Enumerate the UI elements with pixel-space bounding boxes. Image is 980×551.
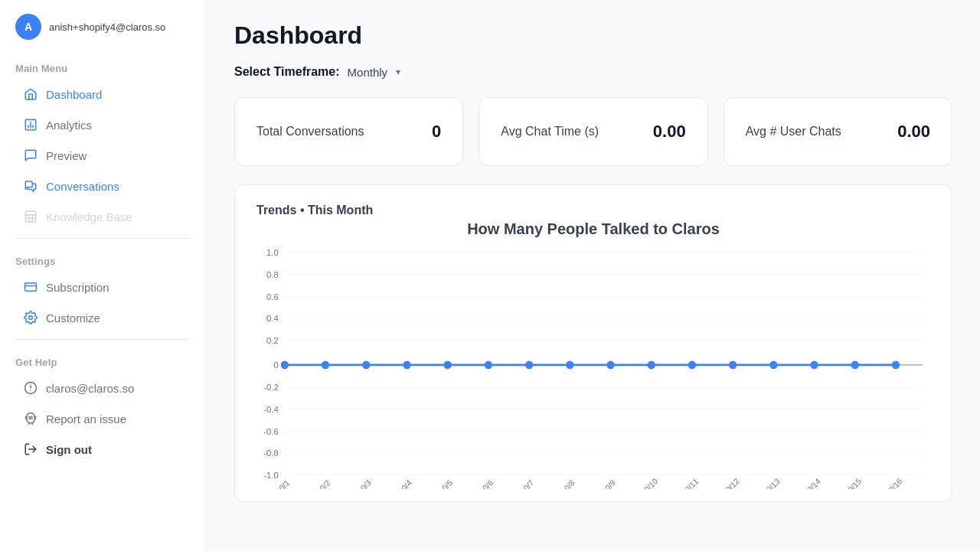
svg-rect-6 xyxy=(25,283,37,292)
main-menu-label: Main Menu xyxy=(0,52,206,79)
customize-icon xyxy=(23,310,38,325)
svg-text:10/14: 10/14 xyxy=(802,477,822,489)
data-dot-1 xyxy=(322,361,329,370)
sidebar-item-subscription-label: Subscription xyxy=(46,281,109,294)
svg-text:1.0: 1.0 xyxy=(266,248,279,257)
timeframe-label: Select Timeframe: xyxy=(234,65,340,79)
home-icon xyxy=(23,86,38,102)
sidebar-divider-2 xyxy=(15,339,191,340)
svg-text:10/4: 10/4 xyxy=(397,478,413,489)
get-help-label: Get Help xyxy=(0,346,206,373)
main-content: Dashboard Select Timeframe: Monthly Dail… xyxy=(207,0,980,551)
chart-header: Trends • This Month xyxy=(256,204,930,217)
bug-icon xyxy=(23,411,38,426)
data-dot-3 xyxy=(403,361,410,370)
data-dot-9 xyxy=(648,361,655,370)
svg-text:10/11: 10/11 xyxy=(681,477,701,489)
data-dot-5 xyxy=(485,361,492,370)
stat-label-avg-user-chats: Avg # User Chats xyxy=(746,125,841,139)
data-dot-6 xyxy=(525,361,533,370)
svg-text:-1.0: -1.0 xyxy=(263,471,278,480)
stat-card-avg-chat-time: Avg Chat Time (s) 0.00 xyxy=(479,97,707,166)
data-dot-15 xyxy=(892,361,900,370)
sidebar-item-knowledge-base: Knowledge Base xyxy=(8,202,198,231)
chart-title: How Many People Talked to Claros xyxy=(256,220,930,238)
data-dot-0 xyxy=(281,361,289,370)
sidebar-header: A anish+shopify4@claros.so xyxy=(0,0,206,52)
user-email: anish+shopify4@claros.so xyxy=(49,21,165,33)
sidebar-item-customize-label: Customize xyxy=(46,311,100,324)
sidebar-item-claros-email[interactable]: claros@claros.so xyxy=(8,373,198,403)
data-dot-11 xyxy=(729,361,737,370)
trend-chart: 1.0 0.8 0.6 0.4 0.2 0 -0.2 -0.4 -0.6 -0.… xyxy=(256,244,930,489)
svg-text:-0.4: -0.4 xyxy=(263,405,279,414)
svg-text:0.4: 0.4 xyxy=(266,314,279,323)
data-dot-13 xyxy=(810,361,818,370)
timeframe-select[interactable]: Monthly Daily Weekly Yearly xyxy=(348,66,400,79)
stat-value-total-conversations: 0 xyxy=(432,122,441,142)
svg-text:10/12: 10/12 xyxy=(721,477,741,489)
stat-label-avg-chat-time: Avg Chat Time (s) xyxy=(501,125,599,139)
data-dot-12 xyxy=(769,361,777,370)
sidebar-divider-1 xyxy=(15,238,191,239)
svg-text:10/15: 10/15 xyxy=(843,477,863,489)
svg-text:-0.2: -0.2 xyxy=(263,383,278,392)
stat-card-total-conversations: Total Conversations 0 xyxy=(234,97,463,166)
data-dot-4 xyxy=(444,361,452,370)
svg-text:10/3: 10/3 xyxy=(356,478,373,489)
svg-text:-0.6: -0.6 xyxy=(263,426,278,435)
avatar: A xyxy=(15,14,41,40)
sidebar-item-kb-label: Knowledge Base xyxy=(46,210,132,223)
sidebar-claros-email-label: claros@claros.so xyxy=(46,382,134,395)
svg-text:-0.8: -0.8 xyxy=(263,448,278,458)
sidebar-item-customize[interactable]: Customize xyxy=(8,303,198,332)
preview-icon xyxy=(23,148,38,163)
sidebar-item-conversations[interactable]: Conversations xyxy=(8,171,198,201)
svg-rect-1 xyxy=(25,211,36,222)
subscription-icon xyxy=(23,279,38,295)
sidebar-item-analytics[interactable]: Analytics xyxy=(8,110,198,139)
svg-text:10/2: 10/2 xyxy=(315,478,332,489)
stat-value-avg-chat-time: 0.00 xyxy=(653,122,686,142)
chart-container: 1.0 0.8 0.6 0.4 0.2 0 -0.2 -0.4 -0.6 -0.… xyxy=(256,244,930,489)
settings-label: Settings xyxy=(0,245,206,272)
svg-text:0.2: 0.2 xyxy=(266,336,279,345)
sidebar-item-sign-out[interactable]: Sign out xyxy=(8,435,198,464)
data-dot-2 xyxy=(362,361,370,370)
sidebar-item-subscription[interactable]: Subscription xyxy=(8,272,198,302)
svg-text:0.6: 0.6 xyxy=(266,292,279,301)
page-title: Dashboard xyxy=(234,21,952,50)
stat-label-total-conversations: Total Conversations xyxy=(256,125,364,139)
svg-text:10/13: 10/13 xyxy=(762,477,782,489)
data-dot-14 xyxy=(851,361,859,370)
email-icon xyxy=(23,380,38,396)
sidebar-item-preview[interactable]: Preview xyxy=(8,141,198,170)
svg-text:0.8: 0.8 xyxy=(266,270,279,279)
sidebar-report-issue-label: Report an issue xyxy=(46,412,126,425)
sidebar-item-analytics-label: Analytics xyxy=(46,119,92,132)
sidebar-sign-out-label: Sign out xyxy=(46,443,92,456)
signout-icon xyxy=(23,442,38,457)
data-dot-10 xyxy=(688,361,696,370)
svg-text:10/10: 10/10 xyxy=(639,477,659,489)
chart-section: Trends • This Month How Many People Talk… xyxy=(234,184,952,502)
data-dot-8 xyxy=(606,361,614,370)
sidebar-item-dashboard[interactable]: Dashboard xyxy=(8,80,198,109)
svg-text:10/16: 10/16 xyxy=(884,477,904,489)
svg-text:10/6: 10/6 xyxy=(479,478,495,489)
timeframe-select-wrapper[interactable]: Monthly Daily Weekly Yearly ▾ xyxy=(348,66,400,79)
sidebar-item-report-issue[interactable]: Report an issue xyxy=(8,404,198,433)
svg-text:10/8: 10/8 xyxy=(560,478,577,489)
svg-text:10/9: 10/9 xyxy=(600,478,617,489)
svg-text:10/5: 10/5 xyxy=(437,478,454,489)
svg-text:10/7: 10/7 xyxy=(519,478,536,489)
analytics-icon xyxy=(23,117,38,132)
svg-text:0: 0 xyxy=(273,360,278,370)
stats-row: Total Conversations 0 Avg Chat Time (s) … xyxy=(234,97,952,166)
sidebar-item-conversations-label: Conversations xyxy=(46,180,119,193)
sidebar-item-preview-label: Preview xyxy=(46,149,87,162)
sidebar: A anish+shopify4@claros.so Main Menu Das… xyxy=(0,0,207,551)
stat-card-avg-user-chats: Avg # User Chats 0.00 xyxy=(724,97,952,166)
stat-value-avg-user-chats: 0.00 xyxy=(897,122,930,142)
conversations-icon xyxy=(23,178,38,194)
